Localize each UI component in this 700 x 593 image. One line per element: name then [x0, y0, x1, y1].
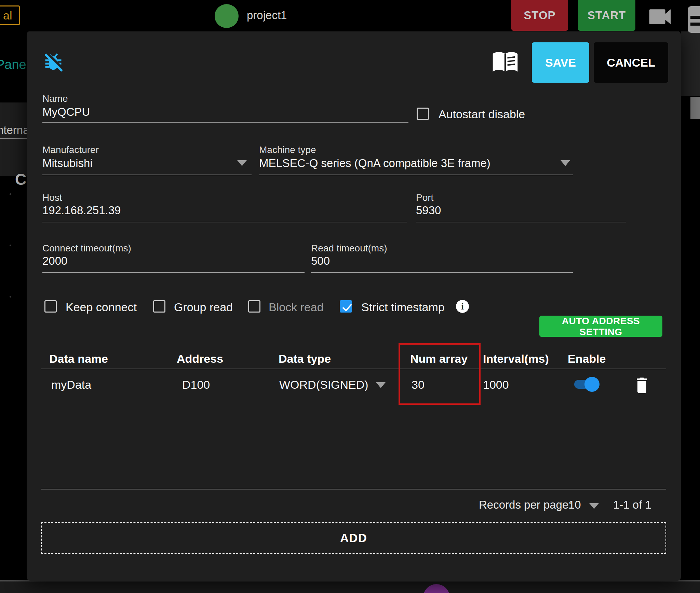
keep-connect-checkbox[interactable] — [44, 300, 57, 313]
col-data-name: Data name — [49, 352, 108, 366]
status-dot-icon — [215, 4, 239, 28]
table-header-divider — [41, 369, 666, 369]
stop-button[interactable]: STOP — [511, 0, 568, 31]
manufacturer-select[interactable]: Mitsubishi — [42, 157, 93, 170]
enable-toggle[interactable] — [573, 377, 600, 392]
host-input[interactable]: 192.168.251.39 — [42, 204, 121, 217]
background-internal-label: nterna — [0, 124, 29, 137]
background-right-panel — [681, 31, 700, 96]
read-timeout-underline — [311, 272, 573, 273]
dropdown-arrow-icon[interactable] — [589, 503, 599, 509]
grid-dot — [10, 245, 11, 246]
host-label: Host — [42, 192, 62, 203]
app-root: Panel nterna C al project1 STOP START — [0, 0, 700, 593]
dropdown-arrow-icon[interactable] — [237, 160, 247, 166]
cell-data-name: myData — [51, 378, 91, 391]
grid-dot — [10, 296, 11, 298]
background-left-underline — [0, 138, 27, 139]
cell-data-type-select[interactable]: WORD(SIGNED) — [279, 378, 368, 391]
info-icon[interactable]: i — [456, 300, 469, 313]
group-read-label: Group read — [174, 301, 233, 314]
col-data-type: Data type — [279, 352, 331, 366]
toggle-thumb — [584, 377, 600, 392]
project-name: project1 — [247, 9, 287, 22]
open-book-icon[interactable] — [492, 51, 519, 73]
pagination-range: 1-1 of 1 — [613, 498, 651, 511]
name-input[interactable]: MyQCPU — [42, 106, 90, 119]
background-c-label: C — [15, 170, 26, 189]
col-enable: Enable — [568, 352, 606, 366]
cell-interval[interactable]: 1000 — [483, 378, 509, 391]
auto-address-setting-button[interactable]: AUTO ADDRESS SETTING — [539, 316, 662, 337]
read-timeout-label: Read timeout(ms) — [311, 243, 387, 254]
save-button[interactable]: SAVE — [532, 42, 589, 83]
port-underline — [416, 222, 626, 222]
dropdown-arrow-icon[interactable] — [561, 160, 570, 166]
machine-type-underline — [259, 175, 573, 175]
name-label: Name — [42, 93, 68, 104]
dropdown-arrow-icon[interactable] — [376, 382, 386, 388]
connect-timeout-underline — [42, 272, 305, 273]
background-bottom-strip — [0, 581, 700, 593]
add-row-button[interactable]: ADD — [41, 522, 666, 554]
col-interval: Interval(ms) — [483, 352, 549, 366]
grid-dot — [10, 193, 11, 195]
strict-timestamp-checkbox[interactable] — [340, 300, 352, 313]
strict-timestamp-label: Strict timestamp — [361, 301, 445, 314]
read-timeout-input[interactable]: 500 — [311, 254, 330, 267]
block-read-checkbox[interactable] — [248, 300, 260, 313]
start-button[interactable]: START — [578, 0, 635, 31]
autostart-checkbox[interactable] — [417, 108, 429, 120]
top-bar: al project1 STOP START — [0, 0, 700, 31]
background-panel-label: Panel — [0, 57, 29, 72]
autostart-label: Autostart disable — [439, 108, 525, 121]
menu-partial-icon[interactable] — [688, 6, 700, 33]
group-read-checkbox[interactable] — [153, 300, 165, 313]
port-label: Port — [416, 192, 433, 203]
manufacturer-label: Manufacturer — [42, 144, 99, 155]
background-left-panel — [0, 102, 27, 176]
num-array-highlight — [399, 343, 481, 405]
device-config-dialog: SAVE CANCEL Name MyQCPU Autostart disabl… — [27, 31, 681, 581]
machine-type-select[interactable]: MELSEC-Q series (QnA compatible 3E frame… — [259, 157, 490, 170]
connect-timeout-label: Connect timeout(ms) — [42, 243, 131, 254]
records-per-page-label: Records per page: — [479, 498, 572, 511]
manufacturer-underline — [42, 175, 252, 175]
cell-address: D100 — [182, 378, 210, 391]
host-underline — [42, 222, 407, 222]
block-read-label: Block read — [269, 301, 324, 314]
cancel-button[interactable]: CANCEL — [594, 42, 668, 83]
port-input[interactable]: 5930 — [416, 204, 441, 217]
video-camera-icon[interactable] — [648, 8, 674, 25]
records-per-page-select[interactable]: 10 — [568, 498, 581, 511]
name-underline — [42, 122, 408, 123]
keep-connect-label: Keep connect — [66, 301, 137, 314]
table-footer-divider — [41, 489, 666, 489]
connect-timeout-input[interactable]: 2000 — [42, 254, 67, 267]
trash-icon[interactable] — [634, 375, 650, 394]
background-right-scroll — [690, 97, 700, 119]
bug-off-icon — [42, 50, 64, 75]
col-address: Address — [177, 352, 223, 366]
machine-type-label: Machine type — [259, 144, 316, 155]
left-tool-badge[interactable]: al — [0, 5, 20, 25]
